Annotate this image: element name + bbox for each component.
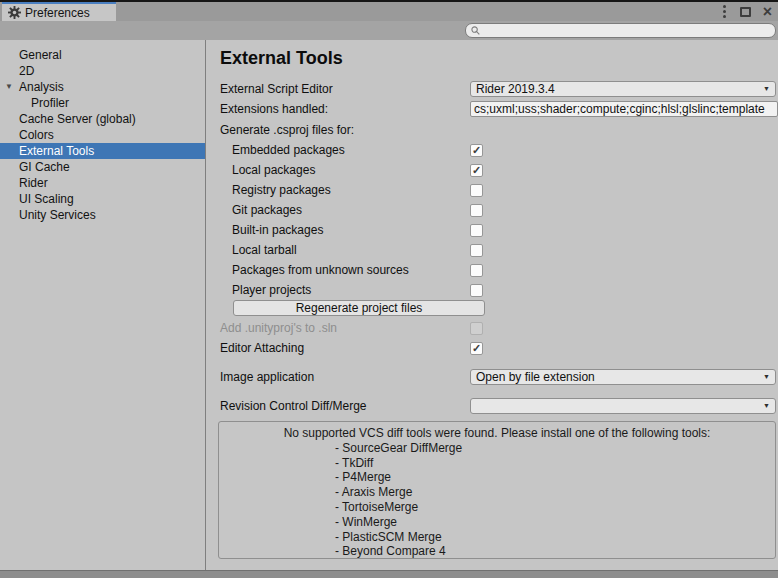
tab-preferences[interactable]: Preferences (2, 2, 116, 21)
maximize-icon[interactable] (740, 7, 751, 17)
sidebar-item-rider[interactable]: Rider (0, 175, 205, 191)
row-revision-control: Revision Control Diff/Merge ▼ (220, 397, 778, 414)
row-generate-header: Generate .csproj files for: (220, 122, 778, 137)
local-tarball-checkbox[interactable] (470, 244, 483, 257)
generate-label: Generate .csproj files for: (220, 123, 470, 137)
script-editor-dropdown[interactable]: Rider 2019.3.4 ▼ (470, 81, 776, 97)
player-projects-label: Player projects (220, 283, 470, 297)
vcs-tool-item: - P4Merge (219, 470, 775, 485)
sidebar-item-2d[interactable]: 2D (0, 63, 205, 79)
check-icon: ✓ (472, 145, 481, 156)
toolbar (0, 21, 778, 40)
git-packages-checkbox[interactable] (470, 204, 483, 217)
editor-attaching-label: Editor Attaching (220, 341, 470, 355)
chevron-down-icon: ▼ (763, 85, 770, 92)
registry-packages-label: Registry packages (220, 183, 470, 197)
chevron-down-icon: ▼ (763, 402, 770, 409)
preferences-window: Preferences × General 2D ▼ Analysis P (0, 0, 778, 578)
row-player-projects: Player projects (220, 280, 778, 300)
script-editor-value: Rider 2019.3.4 (476, 82, 759, 96)
search-icon (471, 26, 480, 35)
row-embedded-packages: Embedded packages ✓ (220, 140, 778, 160)
window-body: General 2D ▼ Analysis Profiler Cache Ser… (0, 40, 778, 570)
vcs-notice-intro: No supported VCS diff tools were found. … (219, 426, 775, 441)
sidebar-item-colors[interactable]: Colors (0, 127, 205, 143)
embedded-packages-label: Embedded packages (220, 143, 470, 157)
sidebar-item-cache-server[interactable]: Cache Server (global) (0, 111, 205, 127)
vcs-tool-item: - Beyond Compare 4 (219, 544, 775, 559)
revision-control-label: Revision Control Diff/Merge (220, 399, 470, 413)
image-application-label: Image application (220, 370, 470, 384)
registry-packages-checkbox[interactable] (470, 184, 483, 197)
tab-label: Preferences (25, 6, 90, 20)
search-input[interactable] (483, 25, 775, 37)
vcs-tool-item: - TortoiseMerge (219, 500, 775, 515)
row-script-editor: External Script Editor Rider 2019.3.4 ▼ (220, 80, 778, 97)
add-unityproj-checkbox (470, 322, 483, 335)
vcs-tool-item: - WinMerge (219, 515, 775, 530)
sidebar-item-external-tools[interactable]: External Tools (0, 143, 205, 159)
check-icon: ✓ (472, 343, 481, 354)
row-builtin-packages: Built-in packages (220, 220, 778, 240)
row-registry-packages: Registry packages (220, 180, 778, 200)
player-projects-checkbox[interactable] (470, 284, 483, 297)
row-add-unityproj: Add .unityproj's to .sln (220, 318, 778, 338)
search-field[interactable] (465, 23, 776, 38)
sidebar-item-ui-scaling[interactable]: UI Scaling (0, 191, 205, 207)
image-application-dropdown[interactable]: Open by file extension ▼ (470, 369, 776, 385)
extensions-input[interactable]: cs;uxml;uss;shader;compute;cginc;hlsl;gl… (470, 101, 778, 117)
close-icon[interactable]: × (763, 5, 772, 19)
sidebar: General 2D ▼ Analysis Profiler Cache Ser… (0, 40, 206, 570)
git-packages-label: Git packages (220, 203, 470, 217)
row-local-packages: Local packages ✓ (220, 160, 778, 180)
row-unknown-sources: Packages from unknown sources (220, 260, 778, 280)
regenerate-project-files-button[interactable]: Regenerate project files (233, 300, 485, 316)
sidebar-item-profiler[interactable]: Profiler (0, 95, 205, 111)
script-editor-label: External Script Editor (220, 82, 470, 96)
add-unityproj-label: Add .unityproj's to .sln (220, 321, 470, 335)
title-bar: Preferences × (0, 0, 778, 21)
row-editor-attaching: Editor Attaching ✓ (220, 338, 778, 358)
gear-icon (8, 6, 21, 19)
window-controls: × (721, 2, 772, 21)
vcs-tool-item: - PlasticSCM Merge (219, 530, 775, 545)
image-application-value: Open by file extension (476, 370, 759, 384)
row-local-tarball: Local tarball (220, 240, 778, 260)
sidebar-item-gi-cache[interactable]: GI Cache (0, 159, 205, 175)
window-bottom-edge (0, 570, 778, 578)
check-icon: ✓ (472, 165, 481, 176)
sidebar-item-general[interactable]: General (0, 47, 205, 63)
row-git-packages: Git packages (220, 200, 778, 220)
foldout-arrow-icon[interactable]: ▼ (5, 79, 13, 95)
extensions-label: Extensions handled: (220, 102, 470, 116)
unknown-sources-checkbox[interactable] (470, 264, 483, 277)
page-title: External Tools (220, 48, 778, 68)
editor-attaching-checkbox[interactable]: ✓ (470, 342, 483, 355)
extensions-value: cs;uxml;uss;shader;compute;cginc;hlsl;gl… (474, 102, 765, 116)
row-extensions: Extensions handled: cs;uxml;uss;shader;c… (220, 100, 778, 117)
chevron-down-icon: ▼ (763, 373, 770, 380)
vcs-tool-item: - Araxis Merge (219, 485, 775, 500)
vcs-notice-box: No supported VCS diff tools were found. … (218, 421, 776, 559)
vcs-tool-item: - TkDiff (219, 456, 775, 471)
local-tarball-label: Local tarball (220, 243, 470, 257)
sidebar-item-unity-services[interactable]: Unity Services (0, 207, 205, 223)
sidebar-item-analysis[interactable]: ▼ Analysis (0, 79, 205, 95)
row-regenerate: Regenerate project files (220, 300, 778, 316)
kebab-menu-icon[interactable] (721, 3, 728, 20)
embedded-packages-checkbox[interactable]: ✓ (470, 144, 483, 157)
unknown-sources-label: Packages from unknown sources (220, 263, 470, 277)
local-packages-checkbox[interactable]: ✓ (470, 164, 483, 177)
row-image-application: Image application Open by file extension… (220, 368, 778, 385)
local-packages-label: Local packages (220, 163, 470, 177)
builtin-packages-checkbox[interactable] (470, 224, 483, 237)
sidebar-item-label: Analysis (19, 80, 64, 94)
main-panel: External Tools External Script Editor Ri… (206, 40, 778, 570)
builtin-packages-label: Built-in packages (220, 223, 470, 237)
revision-control-dropdown[interactable]: ▼ (470, 398, 776, 414)
vcs-tool-item: - SourceGear DiffMerge (219, 441, 775, 456)
